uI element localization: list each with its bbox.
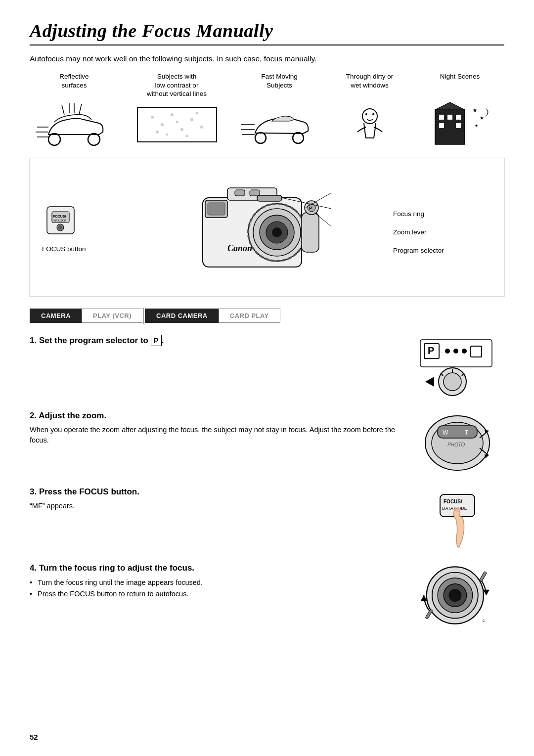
svg-point-67	[462, 349, 467, 354]
svg-text:INF.LOCK: INF.LOCK	[53, 219, 66, 222]
svg-point-9	[180, 128, 183, 131]
svg-point-65	[445, 349, 450, 354]
svg-text:P: P	[309, 206, 312, 211]
step-3-heading: 3. Press the FOCUS button.	[30, 487, 400, 497]
step-2-illustration: W T PHOTO	[415, 411, 499, 475]
step-1-img: P	[410, 335, 504, 399]
svg-point-13	[166, 133, 168, 135]
subject-label-night-scenes: Night Scenes	[420, 72, 499, 98]
page-title: Adjusting the Focus Manually	[30, 20, 504, 42]
step-1-row: 1. Set the program selector to P. P	[30, 335, 504, 399]
step-1-heading: 1. Set the program selector to P.	[30, 335, 400, 346]
svg-text:PHOTO: PHOTO	[447, 442, 465, 447]
subject-img-dirty-windows	[330, 102, 409, 147]
svg-text:★: ★	[480, 115, 484, 121]
diagram-right: Focus ring Zoom lever Program selector	[393, 200, 492, 254]
subject-label-reflective: Reflectivesurfaces	[35, 72, 114, 98]
subject-img-reflective	[35, 102, 114, 147]
step-3-row: 3. Press the FOCUS button. “MF” appears.…	[30, 487, 504, 551]
subject-img-low-contrast	[125, 102, 229, 147]
subject-label-dirty-windows: Through dirty orwet windows	[330, 72, 409, 98]
svg-point-10	[190, 118, 193, 121]
svg-point-17	[255, 133, 266, 143]
step-4-bullet-1: Turn the focus ring until the image appe…	[30, 577, 400, 588]
svg-point-46	[272, 227, 282, 237]
subject-label-low-contrast: Subjects withlow contrast orwithout vert…	[125, 72, 229, 98]
step-2-text: 2. Adjust the zoom. When you operate the…	[30, 411, 410, 446]
svg-text:★: ★	[475, 124, 478, 128]
tab-card-play[interactable]: CARD PLAY	[219, 309, 280, 323]
page-number: 52	[30, 733, 38, 741]
step-2-body: When you operate the zoom after adjustin…	[30, 425, 400, 446]
svg-point-86	[455, 508, 460, 511]
svg-rect-31	[456, 123, 461, 128]
svg-text:W: W	[443, 429, 448, 436]
svg-rect-29	[456, 115, 461, 120]
svg-point-1	[88, 133, 100, 145]
mode-tabs: CAMERA PLAY (VCR) CARD CAMERA CARD PLAY	[30, 308, 504, 324]
focus-button-label: FOCUS button	[42, 245, 86, 253]
program-selector-label: Program selector	[393, 247, 444, 254]
svg-rect-68	[471, 346, 482, 357]
diagram-center: Canon P	[121, 168, 393, 287]
step-2-row: 2. Adjust the zoom. When you operate the…	[30, 411, 504, 475]
steps-section: 1. Set the program selector to P. P	[30, 335, 504, 639]
svg-marker-26	[435, 102, 465, 110]
svg-point-0	[48, 133, 60, 145]
svg-point-6	[151, 116, 154, 119]
camera-main-illustration: Canon P	[163, 168, 351, 287]
step-3-body: “MF” appears.	[30, 501, 400, 512]
subject-img-night-scenes: ★ ★ ★	[420, 102, 499, 147]
step-4-img: c	[410, 563, 504, 627]
step-4-bullet-2: Press the FOCUS button to return to auto…	[30, 588, 400, 600]
step-4-text: 4. Turn the focus ring to adjust the foc…	[30, 563, 410, 600]
svg-rect-27	[439, 115, 444, 120]
svg-point-11	[200, 126, 203, 129]
svg-rect-55	[302, 213, 319, 252]
focus-ring-label: Focus ring	[393, 210, 424, 218]
svg-point-15	[185, 134, 188, 137]
svg-rect-53	[257, 195, 282, 201]
focus-button-small-icon: FOCUS/ INF.LOCK	[42, 202, 82, 241]
svg-point-14	[176, 121, 178, 123]
tab-card-camera[interactable]: CARD CAMERA	[145, 309, 219, 323]
subject-img-fast-moving	[240, 102, 319, 147]
intro-text: Autofocus may not work well on the follo…	[30, 54, 504, 63]
svg-rect-52	[250, 190, 260, 196]
step-3-illustration: FOCUS/ DATA CODE	[415, 487, 499, 551]
svg-text:c: c	[483, 618, 485, 623]
svg-rect-5	[137, 107, 217, 142]
svg-rect-50	[208, 203, 225, 215]
svg-point-12	[156, 131, 159, 133]
step-1-illustration: P	[415, 335, 499, 399]
svg-point-18	[293, 133, 304, 143]
svg-point-8	[171, 113, 174, 116]
svg-point-70	[444, 373, 461, 391]
zoom-lever-label: Zoom lever	[393, 228, 427, 236]
step-2-img: W T PHOTO	[410, 411, 504, 475]
svg-point-40	[58, 225, 62, 229]
svg-marker-71	[425, 377, 434, 387]
diagram-left: FOCUS/ INF.LOCK FOCUS button	[42, 202, 121, 253]
subjects-labels-row: Reflectivesurfaces Subjects withlow cont…	[30, 72, 504, 98]
svg-point-91	[448, 589, 461, 602]
tab-play-vcr[interactable]: PLAY (VCR)	[82, 309, 142, 323]
svg-point-7	[161, 123, 164, 126]
step-4-bullets: Turn the focus ring until the image appe…	[30, 577, 400, 600]
svg-point-66	[453, 349, 458, 354]
svg-text:T: T	[465, 429, 469, 436]
svg-point-24	[372, 113, 374, 115]
step-4-illustration: c	[415, 563, 499, 627]
svg-point-22	[362, 109, 377, 124]
step-1-text: 1. Set the program selector to P.	[30, 335, 410, 350]
camera-diagram-box: FOCUS/ INF.LOCK FOCUS button	[30, 158, 504, 297]
tab-camera[interactable]: CAMERA	[30, 309, 82, 323]
p-selector-box: P	[151, 335, 162, 346]
svg-point-16	[195, 112, 198, 114]
step-4-heading: 4. Turn the focus ring to adjust the foc…	[30, 563, 400, 573]
subject-label-fast-moving: Fast MovingSubjects	[240, 72, 319, 98]
svg-rect-94	[479, 571, 487, 581]
subjects-images-row: ★ ★ ★	[30, 102, 504, 147]
svg-rect-51	[235, 190, 245, 196]
step-3-img: FOCUS/ DATA CODE	[410, 487, 504, 551]
